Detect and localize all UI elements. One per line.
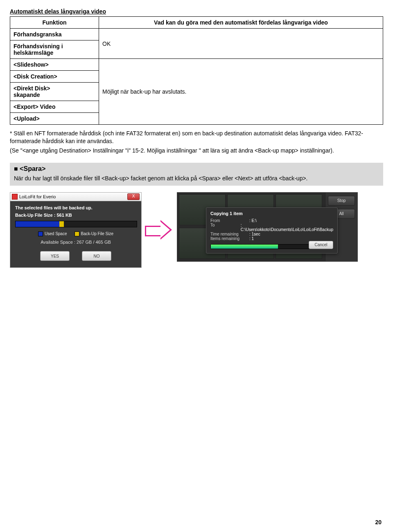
copy-progress-fill xyxy=(211,245,278,249)
dialog-buttons: YES NO xyxy=(15,248,136,263)
no-button[interactable]: NO xyxy=(82,251,111,261)
screenshot-row: LoiLoFit for Everio X The selected files… xyxy=(10,192,383,268)
row-dd-b: skapande xyxy=(14,92,40,98)
copy-to-label: To xyxy=(210,223,241,232)
row-direkt-disk: <Direkt Disk> skapande xyxy=(10,83,99,101)
swatch-yellow xyxy=(75,231,79,236)
copy-to-value: : C:\Users\okkoto\Documents\LoiLo\LoiLoF… xyxy=(241,223,333,232)
col-funktion: Funktion xyxy=(10,17,99,29)
note-see: (Se "<ange utgång Destination> Inställni… xyxy=(10,147,383,155)
swatch-blue xyxy=(38,231,43,236)
copy-title: Copying 1 item xyxy=(210,211,333,216)
cancel-button[interactable]: Cancel xyxy=(309,241,333,249)
dialog-line1: The selected files will be backed up. xyxy=(15,205,136,210)
note-nft: * Ställ en NFT formaterade hårddisk (och… xyxy=(10,130,383,145)
row-upload: <Upload> xyxy=(10,113,99,125)
spara-title: ■ <Spara> xyxy=(14,165,379,173)
dialog-line2: Back-Up File Size : 561 KB xyxy=(15,213,136,218)
legend-backup-label: Back-Up File Size xyxy=(81,231,113,236)
cell-mojligt: Möjligt när back-up har avslutats. xyxy=(99,59,383,125)
space-bar-used xyxy=(16,221,59,227)
row-forhandsgranska: Förhandsgranska xyxy=(10,29,99,40)
copy-time-label: Time remaining xyxy=(210,232,249,236)
copy-from-label: From xyxy=(210,218,249,223)
copy-progress-dialog: Copying 1 item From: E:\ To: C:\Users\ok… xyxy=(206,207,338,254)
function-table: Funktion Vad kan du göra med den automat… xyxy=(10,16,383,125)
space-bar-backup xyxy=(59,221,64,227)
row-forhandsvisning: Förhandsvisning i helskärmsläge xyxy=(10,40,99,59)
arrow-icon xyxy=(145,218,174,242)
spara-section: ■ <Spara> När du har lagt till önskade f… xyxy=(10,163,383,186)
row-export-video: <Export> Video xyxy=(10,101,99,113)
close-button[interactable]: X xyxy=(127,193,140,200)
stop-button[interactable]: Stop xyxy=(328,196,355,206)
legend-backup: Back-Up File Size xyxy=(75,231,113,236)
app-icon xyxy=(12,194,18,200)
yes-button[interactable]: YES xyxy=(40,251,70,261)
row-slideshow: <Slideshow> xyxy=(10,59,99,71)
row-dd-a: <Direkt Disk> xyxy=(14,85,50,92)
copy-items-value: : 1 xyxy=(249,236,254,241)
col-desc: Vad kan du göra med den automatiskt förd… xyxy=(99,17,383,29)
legend: Used Space Back-Up File Size xyxy=(15,231,136,236)
row-fh-a: Förhandsvisning i xyxy=(14,43,63,49)
copy-items-label: Items remaining xyxy=(210,236,249,241)
dialog-titlebar: LoiLoFit for Everio X xyxy=(10,193,141,201)
copy-time-value: : 1sec xyxy=(249,232,260,236)
copy-from-value: : E:\ xyxy=(249,218,257,223)
legend-used: Used Space xyxy=(38,231,67,236)
row-disk-creation: <Disk Creation> xyxy=(10,71,99,83)
legend-used-label: Used Space xyxy=(45,231,67,236)
backup-dialog: LoiLoFit for Everio X The selected files… xyxy=(10,192,142,268)
dialog-body: The selected files will be backed up. Ba… xyxy=(10,201,141,267)
player-panel: 2:39 PM 2:39 PM 2:39 PM Stop All Copying… xyxy=(177,192,358,262)
cell-ok: OK xyxy=(99,29,383,59)
row-fh-b: helskärmsläge xyxy=(14,49,53,56)
dialog-title: LoiLoFit for Everio xyxy=(19,194,56,199)
section-title: Automatiskt delas långvariga video xyxy=(10,8,383,15)
spara-body: När du har lagt till önskade filer till … xyxy=(14,175,379,182)
available-space: Available Space : 267 GB / 465 GB xyxy=(15,240,136,245)
space-bar xyxy=(15,221,137,227)
